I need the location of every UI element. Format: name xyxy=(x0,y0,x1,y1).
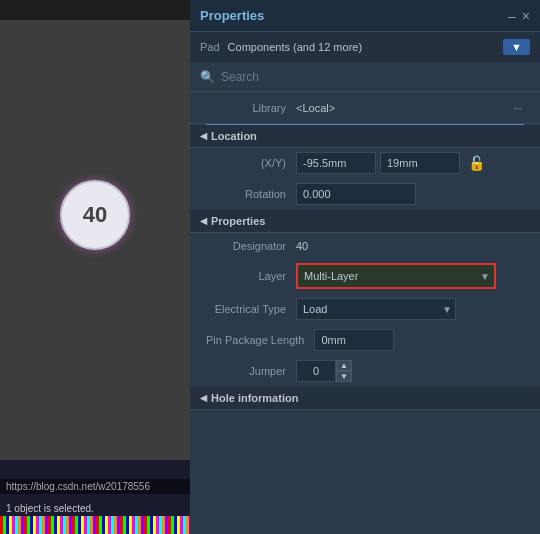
properties-panel: Properties – × Pad Components (and 12 mo… xyxy=(190,0,540,534)
layer-dropdown-wrapper: Multi-Layer Top Layer Bottom Layer Inner… xyxy=(296,263,496,289)
section-location: ◀ Location xyxy=(190,125,540,148)
url-text: https://blog.csdn.net/w20178556 xyxy=(6,481,150,492)
electrical-type-dropdown[interactable]: Load Source Bidirectional Passive xyxy=(296,298,456,320)
link-icon[interactable]: ↔ xyxy=(512,101,524,115)
url-bar: https://blog.csdn.net/w20178556 xyxy=(0,479,190,494)
jumper-spinner-buttons: ▲ ▼ xyxy=(336,360,352,382)
y-input[interactable] xyxy=(380,152,460,174)
properties-arrow: ◀ xyxy=(200,216,207,226)
pin-package-length-row: Pin Package Length xyxy=(190,325,540,356)
layer-dropdown[interactable]: Multi-Layer Top Layer Bottom Layer Inner… xyxy=(298,265,494,287)
properties-section-title: Properties xyxy=(211,215,265,227)
search-row: 🔍 xyxy=(190,62,540,92)
pin-package-length-label: Pin Package Length xyxy=(206,334,304,346)
panel-header: Properties – × xyxy=(190,0,540,32)
minimize-icon[interactable]: – xyxy=(508,8,516,24)
bottom-status: https://blog.csdn.net/w20178556 1 object… xyxy=(0,460,190,534)
component-label: 40 xyxy=(83,202,107,228)
layer-row: Layer Multi-Layer Top Layer Bottom Layer… xyxy=(190,259,540,294)
section-hole-information: ◀ Hole information xyxy=(190,387,540,410)
pin-package-length-fields xyxy=(314,329,524,351)
left-panel: 40 https://blog.csdn.net/w20178556 1 obj… xyxy=(0,0,190,534)
library-value: <Local> xyxy=(296,102,335,114)
filter-icon: ▼ xyxy=(511,41,522,53)
hole-arrow: ◀ xyxy=(200,393,207,403)
jumper-spinner: ▲ ▼ xyxy=(296,360,352,382)
location-arrow: ◀ xyxy=(200,131,207,141)
jumper-label: Jumper xyxy=(206,365,286,377)
library-row: Library <Local> ↔ xyxy=(190,92,540,124)
filter-value: Components (and 12 more) xyxy=(228,41,496,53)
x-input[interactable] xyxy=(296,152,376,174)
layer-label: Layer xyxy=(206,270,286,282)
layer-fields: Multi-Layer Top Layer Bottom Layer Inner… xyxy=(296,263,524,289)
canvas-area[interactable]: 40 xyxy=(0,20,190,460)
filter-row: Pad Components (and 12 more) ▼ xyxy=(190,32,540,62)
rotation-fields xyxy=(296,183,524,205)
pad-label: Pad xyxy=(200,41,220,53)
electrical-type-dropdown-wrapper: Load Source Bidirectional Passive ▼ xyxy=(296,298,456,320)
section-properties: ◀ Properties xyxy=(190,210,540,233)
designator-label: Designator xyxy=(206,240,286,252)
lock-icon[interactable]: 🔓 xyxy=(468,155,485,171)
filter-button[interactable]: ▼ xyxy=(503,39,530,55)
panel-header-icons: – × xyxy=(508,8,530,24)
component-circle: 40 xyxy=(60,180,130,250)
jumper-fields: ▲ ▼ xyxy=(296,360,524,382)
noise-bar xyxy=(0,516,190,534)
pin-package-length-input[interactable] xyxy=(314,329,394,351)
jumper-row: Jumper ▲ ▼ xyxy=(190,356,540,387)
designator-value: 40 xyxy=(296,240,308,252)
panel-content: 🔍 Library <Local> ↔ ◀ Location (X/Y) 🔓 R xyxy=(190,62,540,534)
close-icon[interactable]: × xyxy=(522,8,530,24)
jumper-increment-button[interactable]: ▲ xyxy=(336,360,352,371)
panel-title: Properties xyxy=(200,8,264,23)
search-input[interactable] xyxy=(221,70,530,84)
search-icon: 🔍 xyxy=(200,70,215,84)
status-text: 1 object is selected. xyxy=(6,503,94,514)
rotation-input[interactable] xyxy=(296,183,416,205)
library-label: Library xyxy=(206,102,286,114)
electrical-type-row: Electrical Type Load Source Bidirectiona… xyxy=(190,294,540,325)
jumper-input[interactable] xyxy=(296,360,336,382)
xy-fields: 🔓 xyxy=(296,152,524,174)
electrical-type-fields: Load Source Bidirectional Passive ▼ xyxy=(296,298,524,320)
hole-information-title: Hole information xyxy=(211,392,298,404)
xy-row: (X/Y) 🔓 xyxy=(190,148,540,179)
electrical-type-label: Electrical Type xyxy=(206,303,286,315)
jumper-decrement-button[interactable]: ▼ xyxy=(336,371,352,382)
location-title: Location xyxy=(211,130,257,142)
rotation-row: Rotation xyxy=(190,179,540,210)
rotation-label: Rotation xyxy=(206,188,286,200)
xy-label: (X/Y) xyxy=(206,157,286,169)
top-bar xyxy=(0,0,190,20)
designator-row: Designator 40 xyxy=(190,233,540,259)
